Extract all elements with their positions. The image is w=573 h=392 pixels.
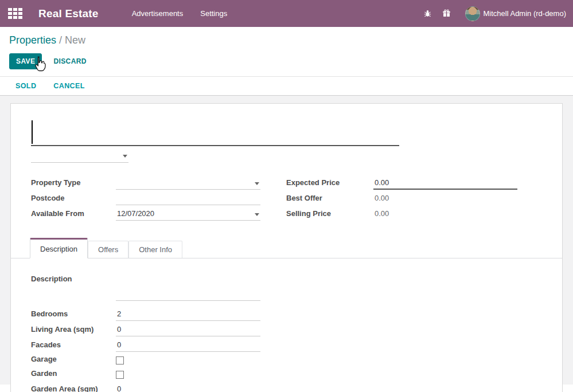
garden-area-value: 0	[117, 385, 121, 392]
field-row-living-area: Living Area (sqm) 0	[31, 321, 542, 336]
field-row-garage: Garage	[31, 352, 542, 366]
garden-area-input[interactable]: 0	[116, 383, 260, 392]
living-area-input[interactable]: 0	[116, 324, 260, 336]
facades-input[interactable]: 0	[116, 339, 260, 352]
garage-checkbox[interactable]	[116, 356, 124, 364]
gift-icon[interactable]	[442, 9, 451, 18]
available-from-input[interactable]: 12/07/2020	[116, 208, 260, 221]
available-from-label: Available From	[31, 209, 116, 221]
tags-input[interactable]	[31, 148, 128, 163]
breadcrumb-separator: /	[59, 34, 62, 46]
menu-item-advertisements[interactable]: Advertisements	[131, 7, 185, 20]
field-row-garden: Garden	[31, 366, 542, 381]
form-statusbar: SOLD CANCEL	[0, 77, 573, 96]
expected-price-input[interactable]: 0.00	[373, 177, 517, 190]
description-fields: Bedrooms 2 Living Area (sqm) 0 Facades 0	[31, 305, 542, 392]
tab-description[interactable]: Description	[30, 238, 88, 258]
field-row-bedrooms: Bedrooms 2	[31, 305, 542, 321]
field-column-left: Property Type Postcode Available From	[31, 174, 260, 221]
garden-label: Garden	[31, 369, 116, 381]
bedrooms-value: 2	[117, 309, 121, 318]
caret-down-icon	[255, 182, 259, 185]
field-group: Property Type Postcode Available From	[31, 174, 542, 221]
caret-down-icon	[123, 155, 127, 158]
field-row-best-offer: Best Offer 0.00	[286, 190, 542, 205]
field-row-property-type: Property Type	[31, 174, 260, 190]
selling-price-value: 0.00	[373, 208, 517, 221]
available-from-value: 12/07/2020	[117, 209, 154, 218]
field-row-postcode: Postcode	[31, 190, 260, 205]
postcode-label: Postcode	[31, 194, 116, 205]
best-offer-value: 0.00	[373, 193, 517, 205]
bug-icon[interactable]	[423, 9, 432, 18]
bedrooms-label: Bedrooms	[31, 309, 116, 321]
living-area-value: 0	[117, 325, 121, 334]
control-buttons: SAVE DISCARD	[9, 53, 564, 69]
description-tab-content: Description Bedrooms 2 Living Area (sqm)…	[31, 258, 542, 392]
best-offer-text: 0.00	[375, 194, 389, 202]
caret-down-icon	[255, 213, 259, 216]
form-sheet: Property Type Postcode Available From	[10, 103, 563, 392]
field-row-available-from: Available From 12/07/2020	[31, 205, 260, 221]
description-textarea[interactable]	[116, 275, 260, 301]
breadcrumb-new: New	[65, 34, 85, 46]
field-row-facades: Facades 0	[31, 336, 542, 352]
expected-price-value: 0.00	[375, 178, 389, 187]
field-row-garden-area: Garden Area (sqm) 0	[31, 381, 542, 392]
selling-price-text: 0.00	[375, 209, 389, 218]
app-title[interactable]: Real Estate	[38, 7, 99, 20]
apps-menu-icon[interactable]	[8, 8, 22, 19]
control-panel: Properties / New SAVE DISCARD	[0, 27, 573, 77]
facades-label: Facades	[31, 340, 116, 352]
field-column-right: Expected Price 0.00 Best Offer 0.00 Sell…	[286, 174, 542, 221]
description-label: Description	[31, 275, 116, 301]
breadcrumb: Properties / New	[9, 34, 564, 46]
facades-value: 0	[117, 340, 121, 349]
property-title-input[interactable]	[31, 119, 399, 146]
garden-checkbox[interactable]	[116, 371, 124, 379]
form-content: Property Type Postcode Available From	[0, 96, 573, 385]
notebook-tabs: Description Offers Other Info	[11, 238, 562, 258]
top-navbar: Real Estate Advertisements Settings Mitc…	[0, 0, 573, 27]
tab-other-info[interactable]: Other Info	[128, 241, 182, 258]
menu-item-settings[interactable]: Settings	[199, 7, 228, 20]
user-menu[interactable]: Mitchell Admin (rd-demo)	[484, 9, 567, 18]
text-cursor	[32, 120, 33, 144]
main-menu: Advertisements Settings	[131, 7, 229, 20]
sold-button[interactable]: SOLD	[15, 80, 36, 92]
save-button[interactable]: SAVE	[9, 53, 42, 69]
discard-button[interactable]: DISCARD	[51, 54, 88, 69]
living-area-label: Living Area (sqm)	[31, 325, 116, 336]
tab-offers[interactable]: Offers	[88, 241, 128, 258]
garden-area-label: Garden Area (sqm)	[31, 385, 116, 392]
expected-price-label: Expected Price	[286, 178, 373, 190]
property-type-input[interactable]	[116, 177, 260, 190]
bedrooms-input[interactable]: 2	[116, 308, 260, 321]
field-row-description: Description	[31, 275, 542, 301]
field-row-expected-price: Expected Price 0.00	[286, 174, 542, 190]
selling-price-label: Selling Price	[286, 209, 373, 221]
field-row-selling-price: Selling Price 0.00	[286, 205, 542, 221]
garage-label: Garage	[31, 355, 116, 366]
best-offer-label: Best Offer	[286, 194, 373, 205]
navbar-right: Mitchell Admin (rd-demo)	[423, 6, 568, 21]
postcode-input[interactable]	[116, 193, 260, 205]
user-avatar[interactable]	[465, 6, 480, 21]
breadcrumb-properties[interactable]: Properties	[9, 34, 56, 46]
property-type-label: Property Type	[31, 178, 116, 190]
cancel-button[interactable]: CANCEL	[53, 80, 84, 92]
